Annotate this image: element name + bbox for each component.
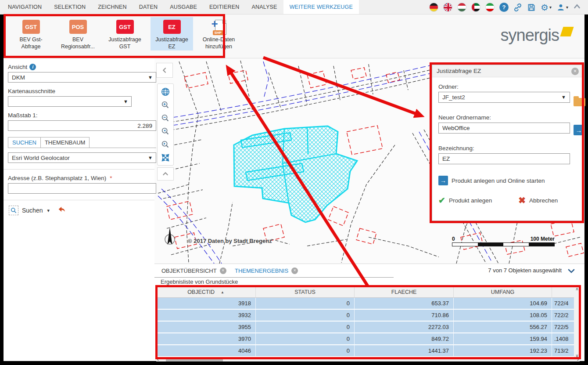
folder-icon[interactable] [574, 98, 585, 106]
flag-hungary-icon[interactable] [457, 3, 466, 12]
menu-tab-daten[interactable]: DATEN [133, 0, 164, 14]
ansicht-select[interactable]: DKM ▼ [8, 72, 156, 83]
ordner-label: Ordner: [438, 83, 582, 90]
tool-bev-regionsabfrage[interactable]: POS BEV Regionsabfr... [57, 17, 99, 51]
save-icon[interactable] [527, 3, 536, 12]
geolocator-select[interactable]: Esri World Geolocator ▼ [8, 152, 156, 163]
zoom-in-icon[interactable] [159, 99, 172, 111]
ansicht-label: Ansicht [8, 64, 27, 70]
toolbar: GST BEV Gst-Abfrage POS BEV Regionsabfr.… [4, 14, 584, 58]
settings-menu[interactable]: ⚙ ▾ [541, 2, 552, 13]
close-icon[interactable]: × [220, 267, 226, 274]
previous-extent-icon[interactable] [159, 125, 172, 137]
column-header-umfang[interactable]: UMFANG [454, 286, 552, 298]
collapse-left-panel-button[interactable] [156, 63, 173, 78]
tool-label: Justizabfrage EZ [152, 36, 192, 51]
gst-badge-icon: GST [116, 20, 134, 34]
full-extent-globe-icon[interactable] [159, 86, 172, 98]
tool-bev-gst-abfrage[interactable]: GST BEV Gst-Abfrage [10, 17, 52, 51]
scroll-left-icon[interactable]: ‹ [157, 356, 159, 362]
tool-justizabfrage-ez[interactable]: EZ Justizabfrage EZ [151, 17, 193, 51]
collapse-panel-chevron-icon[interactable] [568, 267, 575, 276]
flag-uae-icon[interactable] [471, 3, 480, 12]
bezeichnung-label: Bezeichnung: [438, 145, 582, 152]
pos-badge-icon: POS [69, 20, 87, 34]
table-row[interactable]: 404601441.37192.23713/2 [156, 345, 581, 357]
produkt-anlegen-button[interactable]: ✔ Produkt anlegen [438, 195, 492, 206]
menu-tab-selektion[interactable]: SELEKTION [48, 0, 92, 14]
tab-objektuebersicht[interactable]: OBJEKTÜBERSICHT × [161, 264, 226, 277]
shp-file-icon: + SHP [212, 20, 226, 36]
tab-themenergebnis[interactable]: THEMENERGEBNIS × [235, 264, 298, 277]
menu-tab-analyse[interactable]: ANALYSE [245, 0, 283, 14]
table-vertical-scrollbar[interactable]: ∧ ∨ [574, 286, 580, 358]
menu-tab-navigation[interactable]: NAVIGATION [2, 0, 48, 14]
close-icon[interactable]: × [571, 68, 579, 75]
menu-tab-weitere-werkzeuge[interactable]: WEITERE WERKZEUGE [283, 0, 359, 14]
bezeichnung-input[interactable] [438, 153, 570, 164]
search-selection-icon[interactable] [9, 206, 18, 215]
adresse-label-row: Adresse (z.B. Stephansplatz 1, Wien) * [8, 175, 154, 181]
close-icon[interactable]: × [291, 267, 298, 274]
scalebar-start: 0 [452, 236, 455, 242]
flag-iran-icon[interactable] [485, 3, 495, 12]
zoom-out-icon[interactable] [159, 112, 172, 124]
column-header-status[interactable]: STATUS [256, 286, 355, 298]
tab-themenbaum[interactable]: THEMENBAUM [41, 137, 90, 148]
flag-uk-icon[interactable] [443, 3, 452, 12]
column-header-flaeche[interactable]: FLAECHE [355, 286, 454, 298]
info-icon[interactable]: i [29, 64, 36, 70]
reset-icon[interactable] [57, 206, 66, 215]
app-frame: NAVIGATION SELEKTION ZEICHNEN DATEN AUSG… [0, 0, 588, 365]
scroll-up-icon[interactable]: ∧ [575, 286, 578, 291]
adresse-input[interactable] [8, 183, 156, 194]
next-extent-icon[interactable] [159, 138, 172, 150]
action-cancel-label: Abbrechen [529, 197, 558, 204]
menu-tab-zeichnen[interactable]: ZEICHNEN [92, 0, 133, 14]
sort-asc-icon: ▲ [221, 290, 224, 294]
table-row[interactable]: 39180653.37104.69722/4 [156, 298, 581, 310]
collapse-toolbar-icon[interactable] [573, 3, 581, 12]
pan-full-extent-icon[interactable] [159, 152, 172, 163]
divider [4, 200, 154, 200]
table-row[interactable]: 39700849.72159.94.1408 [156, 333, 581, 345]
link-icon[interactable] [513, 3, 522, 12]
neuer-ordnername-input[interactable] [438, 123, 570, 134]
neuer-ordnername-label: Neuer Ordnername: [438, 114, 582, 121]
kartenausschnitte-select[interactable]: ▼ [8, 96, 132, 107]
scrollbar-thumb[interactable] [166, 358, 223, 361]
column-header-objectid[interactable]: OBJECTID ▲ [156, 286, 256, 298]
submit-folder-arrow-button[interactable]: → [574, 125, 584, 135]
left-panel-tabs: SUCHEN THEMENBAUM [8, 137, 156, 148]
adresse-label: Adresse (z.B. Stephansplatz 1, Wien) [8, 175, 106, 181]
suchen-dropdown-caret-icon[interactable]: ▾ [47, 208, 50, 213]
suchen-button[interactable]: Suchen [22, 207, 43, 214]
tab-suchen[interactable]: SUCHEN [8, 137, 41, 148]
flag-germany-icon[interactable] [429, 3, 438, 12]
menu-tab-ausgabe[interactable]: AUSGABE [164, 0, 203, 14]
collapse-map-tools-button[interactable] [157, 167, 174, 181]
menu-tab-editieren[interactable]: EDITIEREN [203, 0, 245, 14]
tool-label: BEV Regionsabfr... [58, 36, 98, 51]
ez-badge-icon: EZ [163, 20, 181, 34]
table-row[interactable]: 395502272.03556.27722/5 [156, 322, 581, 333]
chevron-down-icon: ▼ [123, 99, 128, 104]
logo-text: synergis [501, 27, 559, 43]
table-row[interactable]: 39320710.86108.05722/2 [156, 310, 581, 322]
help-icon[interactable]: ? [499, 3, 509, 12]
ordner-select[interactable]: JF_test2 ▼ [438, 92, 570, 103]
massstab-input[interactable] [8, 120, 156, 131]
user-menu[interactable]: ▾ [556, 3, 568, 12]
menubar: NAVIGATION SELEKTION ZEICHNEN DATEN AUSG… [0, 0, 588, 14]
produkt-anlegen-online-starten-button[interactable]: → Produkt anlegen und Online starten [438, 176, 558, 185]
tool-online-daten-hinzufuegen[interactable]: + SHP Online-Daten hinzufügen [197, 17, 240, 51]
tool-label: Online-Daten hinzufügen [199, 36, 239, 51]
arrow-right-icon: → [438, 176, 448, 185]
chevron-down-icon: ▼ [148, 155, 153, 160]
map-toolbar [157, 83, 174, 166]
menubar-icons: ? ⚙ ▾ ▾ [429, 0, 581, 14]
abbrechen-button[interactable]: ✖ Abbrechen [518, 195, 558, 206]
scroll-right-icon[interactable]: › [577, 356, 579, 362]
tool-justizabfrage-gst[interactable]: GST Justizabfrage GST [104, 17, 146, 51]
table-horizontal-scrollbar[interactable]: ‹ › [156, 358, 580, 361]
